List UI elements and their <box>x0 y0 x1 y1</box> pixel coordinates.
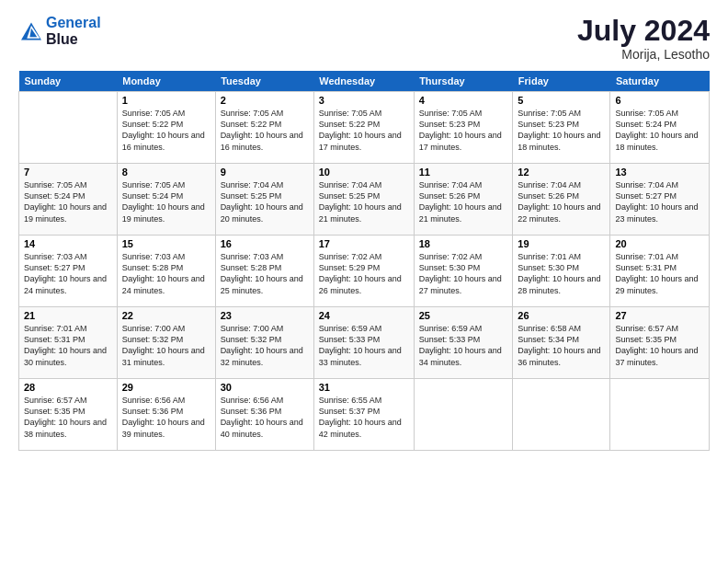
day-number: 2 <box>221 95 309 106</box>
cell-info: Sunrise: 7:00 AM Sunset: 5:32 PM Dayligh… <box>122 323 210 368</box>
day-number: 20 <box>615 238 704 249</box>
cell-info: Sunrise: 7:02 AM Sunset: 5:29 PM Dayligh… <box>319 251 409 296</box>
weekday-header-saturday: Saturday <box>610 71 710 92</box>
cell-info: Sunrise: 7:04 AM Sunset: 5:25 PM Dayligh… <box>319 179 409 224</box>
cell-info: Sunrise: 7:05 AM Sunset: 5:24 PM Dayligh… <box>615 108 704 153</box>
day-number: 11 <box>419 167 508 178</box>
calendar-cell: 2Sunrise: 7:05 AM Sunset: 5:22 PM Daylig… <box>215 92 313 164</box>
day-number: 26 <box>518 310 605 321</box>
calendar-cell: 3Sunrise: 7:05 AM Sunset: 5:22 PM Daylig… <box>313 92 414 164</box>
cell-info: Sunrise: 7:05 AM Sunset: 5:22 PM Dayligh… <box>319 108 409 153</box>
day-number: 15 <box>122 238 210 249</box>
weekday-header-tuesday: Tuesday <box>215 71 313 92</box>
week-row-4: 21Sunrise: 7:01 AM Sunset: 5:31 PM Dayli… <box>19 307 710 379</box>
cell-info: Sunrise: 6:59 AM Sunset: 5:33 PM Dayligh… <box>419 323 508 368</box>
day-number: 1 <box>122 95 210 106</box>
calendar-cell: 15Sunrise: 7:03 AM Sunset: 5:28 PM Dayli… <box>117 236 215 307</box>
calendar-cell: 26Sunrise: 6:58 AM Sunset: 5:34 PM Dayli… <box>513 307 610 379</box>
logo: General Blue <box>18 15 101 47</box>
day-number: 31 <box>319 382 409 393</box>
day-number: 25 <box>419 310 508 321</box>
calendar-cell: 10Sunrise: 7:04 AM Sunset: 5:25 PM Dayli… <box>313 164 414 236</box>
cell-info: Sunrise: 6:58 AM Sunset: 5:34 PM Dayligh… <box>518 323 605 368</box>
calendar-table: SundayMondayTuesdayWednesdayThursdayFrid… <box>18 71 710 451</box>
cell-info: Sunrise: 7:02 AM Sunset: 5:30 PM Dayligh… <box>419 251 508 296</box>
calendar-cell: 4Sunrise: 7:05 AM Sunset: 5:23 PM Daylig… <box>414 92 513 164</box>
calendar-cell: 11Sunrise: 7:04 AM Sunset: 5:26 PM Dayli… <box>414 164 513 236</box>
day-number: 13 <box>615 167 704 178</box>
location: Morija, Lesotho <box>577 47 710 62</box>
day-number: 3 <box>319 95 409 106</box>
weekday-header-wednesday: Wednesday <box>313 71 414 92</box>
calendar-cell: 31Sunrise: 6:55 AM Sunset: 5:37 PM Dayli… <box>313 379 414 451</box>
calendar-cell <box>414 379 513 451</box>
week-row-3: 14Sunrise: 7:03 AM Sunset: 5:27 PM Dayli… <box>19 236 710 307</box>
cell-info: Sunrise: 6:57 AM Sunset: 5:35 PM Dayligh… <box>24 395 112 440</box>
logo-icon <box>18 21 44 41</box>
logo-general: General <box>46 15 101 30</box>
cell-info: Sunrise: 6:56 AM Sunset: 5:36 PM Dayligh… <box>221 395 309 440</box>
cell-info: Sunrise: 7:04 AM Sunset: 5:26 PM Dayligh… <box>419 179 508 224</box>
day-number: 21 <box>24 310 112 321</box>
day-number: 22 <box>122 310 210 321</box>
logo-blue: Blue <box>46 31 78 47</box>
cell-info: Sunrise: 6:59 AM Sunset: 5:33 PM Dayligh… <box>319 323 409 368</box>
cell-info: Sunrise: 7:01 AM Sunset: 5:30 PM Dayligh… <box>518 251 605 296</box>
day-number: 30 <box>221 382 309 393</box>
calendar-cell: 20Sunrise: 7:01 AM Sunset: 5:31 PM Dayli… <box>610 236 710 307</box>
day-number: 27 <box>615 310 704 321</box>
calendar-cell <box>610 379 710 451</box>
day-number: 29 <box>122 382 210 393</box>
calendar-cell: 7Sunrise: 7:05 AM Sunset: 5:24 PM Daylig… <box>19 164 118 236</box>
calendar-page: General Blue July 2024 Morija, Lesotho S… <box>0 0 728 563</box>
day-number: 17 <box>319 238 409 249</box>
weekday-header-sunday: Sunday <box>19 71 118 92</box>
calendar-cell: 24Sunrise: 6:59 AM Sunset: 5:33 PM Dayli… <box>313 307 414 379</box>
day-number: 12 <box>518 167 605 178</box>
cell-info: Sunrise: 7:03 AM Sunset: 5:28 PM Dayligh… <box>122 251 210 296</box>
weekday-header-friday: Friday <box>513 71 610 92</box>
week-row-1: 1Sunrise: 7:05 AM Sunset: 5:22 PM Daylig… <box>19 92 710 164</box>
day-number: 16 <box>221 238 309 249</box>
calendar-cell: 6Sunrise: 7:05 AM Sunset: 5:24 PM Daylig… <box>610 92 710 164</box>
calendar-cell: 21Sunrise: 7:01 AM Sunset: 5:31 PM Dayli… <box>19 307 118 379</box>
calendar-cell: 27Sunrise: 6:57 AM Sunset: 5:35 PM Dayli… <box>610 307 710 379</box>
weekday-header-monday: Monday <box>117 71 215 92</box>
cell-info: Sunrise: 7:03 AM Sunset: 5:27 PM Dayligh… <box>24 251 112 296</box>
calendar-cell: 14Sunrise: 7:03 AM Sunset: 5:27 PM Dayli… <box>19 236 118 307</box>
day-number: 4 <box>419 95 508 106</box>
day-number: 14 <box>24 238 112 249</box>
calendar-cell: 8Sunrise: 7:05 AM Sunset: 5:24 PM Daylig… <box>117 164 215 236</box>
calendar-cell: 23Sunrise: 7:00 AM Sunset: 5:32 PM Dayli… <box>215 307 313 379</box>
day-number: 7 <box>24 167 112 178</box>
day-number: 10 <box>319 167 409 178</box>
title-block: July 2024 Morija, Lesotho <box>577 15 710 62</box>
calendar-cell: 30Sunrise: 6:56 AM Sunset: 5:36 PM Dayli… <box>215 379 313 451</box>
week-row-2: 7Sunrise: 7:05 AM Sunset: 5:24 PM Daylig… <box>19 164 710 236</box>
cell-info: Sunrise: 7:05 AM Sunset: 5:22 PM Dayligh… <box>122 108 210 153</box>
cell-info: Sunrise: 6:56 AM Sunset: 5:36 PM Dayligh… <box>122 395 210 440</box>
calendar-cell: 29Sunrise: 6:56 AM Sunset: 5:36 PM Dayli… <box>117 379 215 451</box>
day-number: 5 <box>518 95 605 106</box>
cell-info: Sunrise: 7:05 AM Sunset: 5:24 PM Dayligh… <box>24 179 112 224</box>
day-number: 19 <box>518 238 605 249</box>
day-number: 8 <box>122 167 210 178</box>
cell-info: Sunrise: 7:05 AM Sunset: 5:22 PM Dayligh… <box>221 108 309 153</box>
cell-info: Sunrise: 7:05 AM Sunset: 5:24 PM Dayligh… <box>122 179 210 224</box>
cell-info: Sunrise: 7:01 AM Sunset: 5:31 PM Dayligh… <box>24 323 112 368</box>
day-number: 6 <box>615 95 704 106</box>
cell-info: Sunrise: 7:03 AM Sunset: 5:28 PM Dayligh… <box>221 251 309 296</box>
calendar-cell <box>19 92 118 164</box>
calendar-cell: 19Sunrise: 7:01 AM Sunset: 5:30 PM Dayli… <box>513 236 610 307</box>
day-number: 9 <box>221 167 309 178</box>
calendar-cell: 18Sunrise: 7:02 AM Sunset: 5:30 PM Dayli… <box>414 236 513 307</box>
cell-info: Sunrise: 7:05 AM Sunset: 5:23 PM Dayligh… <box>518 108 605 153</box>
calendar-cell: 12Sunrise: 7:04 AM Sunset: 5:26 PM Dayli… <box>513 164 610 236</box>
weekday-header-thursday: Thursday <box>414 71 513 92</box>
calendar-cell: 13Sunrise: 7:04 AM Sunset: 5:27 PM Dayli… <box>610 164 710 236</box>
calendar-cell: 5Sunrise: 7:05 AM Sunset: 5:23 PM Daylig… <box>513 92 610 164</box>
cell-info: Sunrise: 7:04 AM Sunset: 5:25 PM Dayligh… <box>221 179 309 224</box>
month-title: July 2024 <box>577 15 710 47</box>
calendar-cell: 22Sunrise: 7:00 AM Sunset: 5:32 PM Dayli… <box>117 307 215 379</box>
header: General Blue July 2024 Morija, Lesotho <box>18 15 710 62</box>
